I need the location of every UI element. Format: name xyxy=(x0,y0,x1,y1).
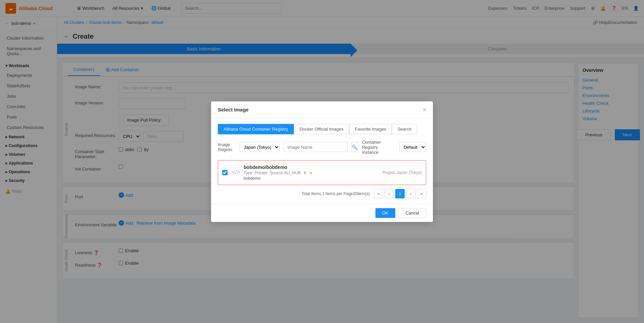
modal-header: Select Image × xyxy=(211,101,433,119)
modal-cancel-button[interactable]: Cancel xyxy=(399,208,426,218)
upload-icon: ⬆ xyxy=(303,171,307,175)
star-icon: ★ xyxy=(309,171,313,175)
modal-ok-button[interactable]: OK xyxy=(375,208,395,218)
modal-filter-row: Image Region: Japan (Tokyo) 🔍 Container … xyxy=(218,140,426,155)
image-region-label: Image Region: xyxy=(218,142,235,152)
image-code-icon: </> xyxy=(232,169,240,176)
page-prev-button[interactable]: ‹ xyxy=(385,189,394,198)
page-next-button[interactable]: › xyxy=(406,189,415,198)
image-source: Source:ALI_HUB xyxy=(270,171,300,175)
modal-tab-docker[interactable]: Docker Official Images xyxy=(294,124,349,134)
registry-instance-select[interactable]: Default xyxy=(399,142,426,152)
page-first-button[interactable]: « xyxy=(374,189,383,198)
image-full-name: bobdemo/bobdemo xyxy=(244,165,383,170)
modal-footer: OK Cancel xyxy=(211,204,433,222)
registry-instance-label: Container Registry Instance xyxy=(362,140,395,155)
image-type: Type: Private xyxy=(244,171,267,175)
pagination-info: Total Items 1 Items per Page30item(s) xyxy=(301,191,370,196)
image-meta: Type: Private Source:ALI_HUB ⬆ ★ xyxy=(244,171,383,175)
modal-body: Alibaba Cloud Container Registry Docker … xyxy=(211,119,433,204)
modal-overlay[interactable]: Select Image × Alibaba Cloud Container R… xyxy=(0,0,644,323)
image-list-item[interactable]: </> bobdemo/bobdemo Type: Private Source… xyxy=(218,160,426,185)
pagination: Total Items 1 Items per Page30item(s) « … xyxy=(218,189,426,198)
region-select[interactable]: Japan (Tokyo) xyxy=(239,142,280,152)
image-info: bobdemo/bobdemo Type: Private Source:ALI… xyxy=(244,165,383,181)
modal-tab-favorite[interactable]: Favorite Images xyxy=(349,124,392,134)
image-region-text: Region:Japan (Tokyo) xyxy=(383,170,422,175)
select-image-modal: Select Image × Alibaba Cloud Container R… xyxy=(211,101,433,222)
image-search-button[interactable]: 🔍 xyxy=(351,142,358,152)
modal-tabs: Alibaba Cloud Container Registry Docker … xyxy=(218,124,426,134)
page-current-button[interactable]: 1 xyxy=(395,189,405,198)
modal-tab-search[interactable]: Search xyxy=(392,124,417,134)
page-last-button[interactable]: » xyxy=(417,189,426,198)
modal-tab-acr[interactable]: Alibaba Cloud Container Registry xyxy=(218,124,294,134)
image-name-search-input[interactable] xyxy=(284,142,348,152)
modal-title: Select Image xyxy=(218,107,249,112)
image-checkbox[interactable] xyxy=(222,170,228,175)
image-sub-name: bobdemo xyxy=(244,176,383,181)
modal-close-button[interactable]: × xyxy=(422,107,426,113)
